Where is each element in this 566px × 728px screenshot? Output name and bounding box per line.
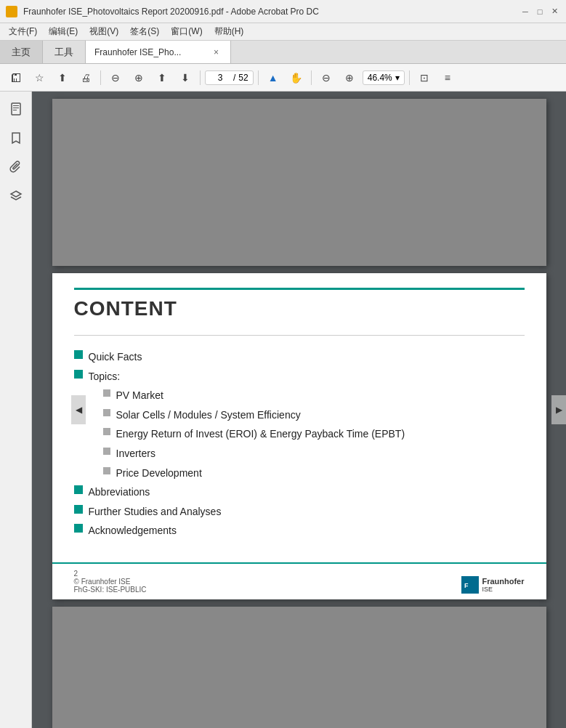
left-sidebar: [0, 92, 32, 728]
divider-5: [409, 70, 410, 85]
toc-subitem-eroi: Energy Return of Invest (EROI) & Energy …: [103, 424, 405, 444]
window-title: Fraunhofer ISE_Photovoltaics Report 2020…: [23, 7, 514, 17]
tab-tools[interactable]: 工具: [43, 41, 86, 63]
zoom-plus-button[interactable]: ⊕: [339, 68, 360, 88]
sidebar-bookmark-button[interactable]: [4, 126, 28, 150]
zoom-level-dropdown[interactable]: 46.4% ▾: [363, 70, 405, 85]
toolbar: ☆ ⬆ 🖨 ⊖ ⊕ ⬆ ⬇ / 52 ▲ ✋ ⊖ ⊕ 46.4% ▾ ⊡ ≡: [0, 64, 566, 92]
header-divider: [74, 335, 525, 336]
menu-window[interactable]: 窗口(W): [165, 24, 208, 39]
page-separator: /: [233, 73, 235, 83]
fraunhofer-text-block: Fraunhofer ISE: [482, 577, 524, 593]
divider-1: [100, 70, 101, 85]
svg-rect-0: [12, 103, 20, 115]
tab-document[interactable]: Fraunhofer ISE_Pho... ×: [86, 41, 231, 63]
tab-bar: 主页 工具 Fraunhofer ISE_Pho... ×: [0, 41, 566, 64]
toc-bullet-abbreviations: [74, 485, 83, 494]
footer-logo: F Fraunhofer ISE: [461, 576, 524, 594]
zoom-dropdown-icon: ▾: [395, 73, 400, 83]
pdf-view-area[interactable]: ◀ ▶ CONTENT Quick Facts: [32, 92, 566, 728]
toc-subitem-solar-cells: Solar Cells / Modules / System Efficienc…: [103, 405, 405, 425]
pdf-page-top: [52, 99, 546, 266]
toc-label-topics: Topics:: [89, 371, 121, 382]
footer-copyright: © Fraunhofer ISE: [74, 578, 147, 586]
share-button[interactable]: ⬆: [52, 68, 73, 88]
page-number-input[interactable]: [210, 73, 230, 83]
zoom-in-button[interactable]: ⊕: [129, 68, 149, 88]
main-area: ◀ ▶ CONTENT Quick Facts: [0, 92, 566, 728]
toc-sub-bullet-inverters: [103, 448, 110, 455]
fraunhofer-logo: F Fraunhofer ISE: [461, 576, 524, 594]
page-image-area: [52, 99, 546, 266]
footer-info: 2 © Fraunhofer ISE FhG-SKI: ISE-PUBLIC: [74, 570, 147, 594]
print-button[interactable]: 🖨: [76, 68, 96, 88]
toc-sub-label-pv-market: PV Market: [116, 386, 163, 405]
sidebar-attachment-button[interactable]: [4, 155, 28, 179]
next-page-arrow[interactable]: ▶: [551, 395, 566, 424]
svg-rect-1: [13, 105, 19, 106]
toc-sub-bullet-solar-cells: [103, 409, 110, 416]
divider-4: [311, 70, 312, 85]
toc-item-acknowledgements: Acknowledgements: [74, 521, 525, 541]
bookmark-add-button[interactable]: ☆: [29, 68, 49, 88]
title-bar: Fraunhofer ISE_Photovoltaics Report 2020…: [0, 0, 566, 23]
menu-file[interactable]: 文件(F): [3, 24, 43, 39]
fraunhofer-brand-name: Fraunhofer: [482, 577, 524, 586]
window-controls[interactable]: ─ □ ✕: [519, 6, 560, 17]
divider-2: [200, 70, 201, 85]
fraunhofer-institute-name: ISE: [482, 586, 524, 593]
fit-page-button[interactable]: ⊡: [414, 68, 434, 88]
zoom-out-button[interactable]: ⊖: [105, 68, 126, 88]
app-icon: [6, 6, 17, 17]
select-tool-button[interactable]: ▲: [263, 68, 283, 88]
toc-topics-group: Topics: PV Market Solar Cells / Modules …: [89, 367, 405, 483]
save-button[interactable]: [6, 68, 26, 88]
footer-classification: FhG-SKI: ISE-PUBLIC: [74, 586, 147, 594]
page-total: 52: [238, 73, 248, 83]
toc-sub-label-inverters: Inverters: [116, 444, 155, 464]
toc-subitem-price: Price Development: [103, 464, 405, 483]
prev-page-arrow[interactable]: ◀: [71, 395, 86, 424]
toc-item-further-studies: Further Studies and Analyses: [74, 502, 525, 522]
sidebar-layers-button[interactable]: [4, 185, 28, 208]
pdf-page-bottom: [52, 607, 546, 728]
toc-bullet-acknowledgements: [74, 524, 83, 533]
divider-3: [258, 70, 259, 85]
toc-item-abbreviations: Abbreviations: [74, 482, 525, 502]
toc-bullet-further-studies: [74, 505, 83, 514]
menu-view[interactable]: 视图(V): [84, 24, 124, 39]
more-tools-button[interactable]: ≡: [437, 68, 458, 88]
toc-label-acknowledgements: Acknowledgements: [89, 521, 177, 541]
toc-sub-bullet-pv-market: [103, 389, 110, 397]
toc-item-quick-facts: Quick Facts: [74, 347, 525, 367]
fraunhofer-icon: F: [461, 576, 479, 594]
menu-help[interactable]: 帮助(H): [209, 24, 250, 39]
close-button[interactable]: ✕: [549, 6, 560, 17]
toc-bullet-topics: [74, 370, 83, 379]
sidebar-pages-button[interactable]: [4, 97, 28, 121]
tab-close-button[interactable]: ×: [211, 46, 222, 59]
menu-sign[interactable]: 签名(S): [124, 24, 165, 39]
hand-tool-button[interactable]: ✋: [286, 68, 307, 88]
zoom-minus-button[interactable]: ⊖: [316, 68, 336, 88]
toc-bullet-quick-facts: [74, 350, 83, 359]
svg-rect-3: [13, 110, 17, 110]
maximize-button[interactable]: □: [534, 6, 546, 17]
page-navigation: / 52: [205, 70, 254, 85]
content-section-header: CONTENT: [74, 288, 525, 320]
page-down-button[interactable]: ⬇: [175, 68, 195, 88]
toc-label-abbreviations: Abbreviations: [89, 482, 150, 502]
tab-home[interactable]: 主页: [0, 41, 43, 63]
page-footer: 2 © Fraunhofer ISE FhG-SKI: ISE-PUBLIC F: [52, 562, 546, 599]
menu-edit[interactable]: 编辑(E): [43, 24, 84, 39]
toc-sub-bullet-price: [103, 467, 110, 474]
toc-label-quick-facts: Quick Facts: [89, 347, 142, 367]
toc-item-topics: Topics: PV Market Solar Cells / Modules …: [74, 367, 525, 483]
toc-sub-list-topics: PV Market Solar Cells / Modules / System…: [89, 386, 405, 482]
menu-bar: 文件(F) 编辑(E) 视图(V) 签名(S) 窗口(W) 帮助(H): [0, 23, 566, 41]
minimize-button[interactable]: ─: [519, 6, 531, 17]
toc-sub-label-eroi: Energy Return of Invest (EROI) & Energy …: [116, 424, 405, 444]
svg-text:F: F: [464, 582, 469, 589]
page-up-button[interactable]: ⬆: [152, 68, 172, 88]
table-of-contents: Quick Facts Topics: PV Market: [74, 347, 525, 541]
